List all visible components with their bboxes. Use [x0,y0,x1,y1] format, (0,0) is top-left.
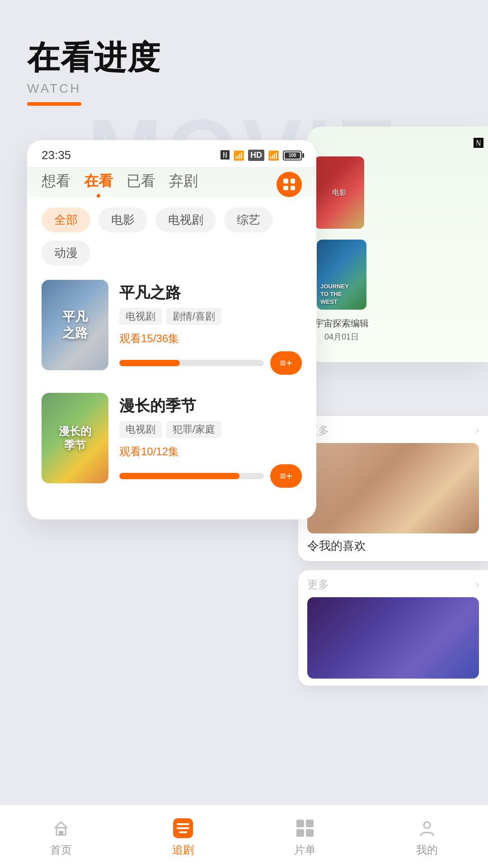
status-icons: 🅽 📶 HD 📶 100 [221,150,302,161]
tab-wantwatch[interactable]: 想看 [42,171,70,198]
playlist-button-2[interactable]: ≡+ [270,464,302,488]
tab-watched[interactable]: 已看 [127,171,155,198]
movie-poster-1[interactable]: 平凡 之路 [42,280,108,370]
progress-bar-fill-2 [119,473,239,479]
nav-track-icon [171,816,195,840]
main-card: 23:35 🅽 📶 HD 📶 100 想看 在看 已看 弃剧 全部 电影 [27,140,316,519]
bottom-card-2: 更多 › [298,570,488,686]
right-movie-date: 04月01日 [324,331,359,342]
filter-pills: 全部 电影 电视剧 综艺 动漫 [27,198,316,275]
grid-dots-icon [283,179,295,190]
bottom-card-1: 更多 › 令我的喜欢 [298,416,488,561]
progress-row-2: ≡+ [119,464,302,488]
movie-item: 平凡 之路 平凡之路 电视剧 剧情/喜剧 观看15/36集 ≡+ [42,280,302,375]
movie-info-2: 漫长的季节 电视剧 犯罪/家庭 观看10/12集 ≡+ [119,393,302,488]
tab-dropped[interactable]: 弃剧 [169,171,198,198]
battery-level: 100 [285,152,300,159]
bottom-card-poster-2[interactable] [307,597,479,679]
hd-icon: HD [248,150,264,161]
tag-genre: 剧情/喜剧 [166,308,221,325]
nav-list-icon [293,816,317,840]
more-arrow-1[interactable]: › [476,425,479,436]
bottom-card-poster-1[interactable] [307,443,479,533]
filter-all[interactable]: 全部 [42,208,90,232]
movie-list: 平凡 之路 平凡之路 电视剧 剧情/喜剧 观看15/36集 ≡+ [27,275,316,519]
nav-my-icon [415,816,439,840]
nav-home-icon [49,816,73,840]
grid-icon [296,820,314,837]
bottom-nav: 首页 追剧 片单 [0,805,488,868]
card-statusbar: 23:35 🅽 📶 HD 📶 100 [27,140,316,167]
nav-home-label: 首页 [50,843,72,857]
playlist-button-1[interactable]: ≡+ [270,351,302,375]
page-header: 在看进度 WATCH [0,0,488,119]
nav-my-label: 我的 [416,843,438,857]
nfc-icon: 🅽 [221,150,230,160]
grid-cell-4 [306,829,314,837]
bottom-card-2-header: 更多 › [307,577,479,592]
movie-tags-2: 电视剧 犯罪/家庭 [119,421,302,438]
right-card: 🅽 电影 JOURNEYTO THEWEST 宇宙探索编辑 04月01日 [307,127,488,362]
watch-progress-2: 观看10/12集 [119,444,302,459]
playlist-icon-2: ≡+ [280,470,292,482]
watch-tabs: 想看 在看 已看 弃剧 [27,167,316,198]
bottom-right-area: 更多 › 令我的喜欢 更多 › [298,416,488,695]
bottom-card-title-1: 令我的喜欢 [307,538,479,554]
page-subtitle: WATCH [27,81,461,96]
progress-bar-bg-1 [119,360,264,366]
page-title: 在看进度 [27,36,461,80]
progress-bar-fill-1 [119,360,180,366]
tag-type: 电视剧 [119,308,162,325]
nav-home[interactable]: 首页 [0,816,122,857]
list-line-3 [179,831,187,833]
grid-cell-1 [296,820,304,827]
grid-cell-3 [296,829,304,837]
status-time: 23:35 [42,148,71,162]
nav-list-label: 片单 [294,843,316,857]
grid-cell-2 [306,820,314,827]
movie-poster-2[interactable]: 漫长的 季节 [42,393,108,483]
right-poster-1[interactable]: 电影 [314,156,364,229]
movie-tags-1: 电视剧 剧情/喜剧 [119,308,302,325]
list-line-1 [177,823,189,825]
more-label-2[interactable]: 更多 [307,577,329,592]
tag-type-2: 电视剧 [119,421,162,438]
progress-bar-bg-2 [119,473,264,479]
signal-icon: 📶 [268,150,279,161]
more-arrow-2[interactable]: › [476,579,479,590]
filter-tv[interactable]: 电视剧 [155,208,216,232]
list-active-icon [173,818,193,838]
nav-track-label: 追剧 [172,843,194,857]
list-line-2 [177,827,189,829]
wifi-icon: 📶 [233,150,244,161]
right-poster-2[interactable]: JOURNEYTO THEWEST [317,240,366,310]
grid-button[interactable] [277,172,302,197]
watch-progress-1: 观看15/36集 [119,331,302,346]
filter-movie[interactable]: 电影 [99,208,147,232]
tag-genre-2: 犯罪/家庭 [166,421,221,438]
filter-variety[interactable]: 综艺 [224,208,273,232]
nav-track[interactable]: 追剧 [122,816,244,857]
right-nfc-icon: 🅽 [474,137,483,149]
playlist-icon-1: ≡+ [280,357,292,369]
movie-title-2: 漫长的季节 [119,396,302,416]
nav-list[interactable]: 片单 [244,816,366,857]
tab-watching[interactable]: 在看 [84,171,113,198]
right-movie-title: 宇宙探索编辑 [314,317,369,330]
filter-anime[interactable]: 动漫 [42,241,90,265]
bottom-card-1-header: 更多 › [307,423,479,438]
movie-item-2: 漫长的 季节 漫长的季节 电视剧 犯罪/家庭 观看10/12集 ≡+ [42,393,302,488]
title-underline [27,102,81,106]
right-status-bar: 🅽 [307,137,488,156]
svg-point-2 [424,822,430,828]
movie-title-1: 平凡之路 [119,283,302,303]
battery-icon: 100 [283,151,302,160]
svg-rect-1 [59,831,63,835]
movie-info-1: 平凡之路 电视剧 剧情/喜剧 观看15/36集 ≡+ [119,280,302,375]
progress-row-1: ≡+ [119,351,302,375]
nav-my[interactable]: 我的 [366,816,488,857]
